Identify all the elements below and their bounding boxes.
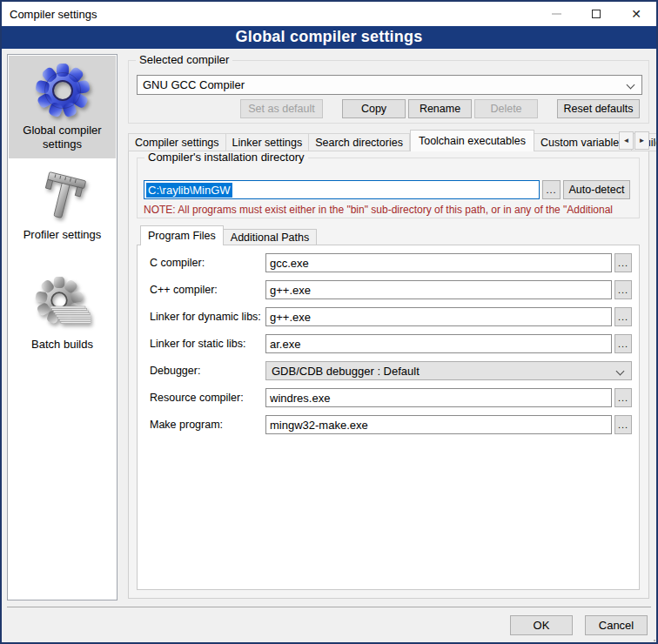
form-row: Resource compiler: ...	[138, 388, 639, 407]
set-as-default-button[interactable]: Set as default	[240, 99, 323, 118]
copy-button[interactable]: Copy	[342, 99, 406, 118]
field-label: Linker for static libs:	[150, 338, 245, 350]
close-button[interactable]: ✕	[616, 2, 656, 26]
resize-grip[interactable]	[650, 636, 652, 638]
debugger-select[interactable]: GDB/CDB debugger : Default	[265, 361, 632, 380]
form-row: Linker for dynamic libs: ...	[138, 307, 639, 326]
installation-directory-input[interactable]: C:\raylib\MinGW	[144, 180, 540, 199]
tab-scroll-left-button[interactable]: ◄	[619, 131, 634, 150]
chevron-down-icon	[616, 367, 625, 376]
ok-button[interactable]: OK	[510, 615, 573, 635]
program-tabs: Program Files Additional Paths	[140, 225, 317, 245]
group-label: Compiler's installation directory	[144, 151, 308, 164]
field-label: Debugger:	[150, 365, 200, 377]
tab-toolchain-executables[interactable]: Toolchain executables	[410, 130, 534, 151]
form-row: Make program: ...	[138, 415, 639, 434]
debugger-select-value: GDB/CDB debugger : Default	[272, 365, 420, 378]
browse-button[interactable]: ...	[614, 253, 632, 272]
dialog-header: Global compiler settings	[2, 26, 656, 49]
tab-scroll-buttons: ◄ ►	[618, 131, 649, 150]
field-label: C++ compiler:	[150, 284, 218, 296]
window-controls: ✕	[536, 2, 656, 26]
tab-scroll-right-button[interactable]: ►	[634, 131, 649, 150]
tab-additional-paths[interactable]: Additional Paths	[224, 229, 317, 245]
sidebar-item-profiler-settings[interactable]: Profiler settings	[9, 165, 116, 256]
selected-compiler-group: Selected compiler GNU GCC Compiler Set a…	[128, 60, 649, 124]
selected-text: C:\raylib\MinGW	[146, 183, 232, 198]
maximize-button[interactable]	[576, 2, 616, 26]
group-label: Selected compiler	[136, 53, 232, 66]
bin-directory-note: NOTE: All programs must exist either in …	[144, 204, 634, 216]
titlebar: Compiler settings ✕	[2, 2, 656, 26]
sidebar-item-label: Batch builds	[15, 338, 111, 352]
cpp-compiler-input[interactable]	[265, 280, 612, 299]
arrow-right-icon: ►	[639, 137, 646, 144]
browse-button[interactable]: ...	[614, 307, 632, 326]
c-compiler-input[interactable]	[265, 253, 612, 272]
compiler-select[interactable]: GNU GCC Compiler	[137, 75, 642, 95]
browse-directory-button[interactable]: ...	[542, 180, 561, 199]
gray-gear-stack-icon	[35, 277, 91, 332]
compiler-settings-window: Compiler settings ✕ Global compiler sett…	[0, 0, 658, 644]
rename-button[interactable]: Rename	[408, 99, 472, 118]
chevron-down-icon	[627, 81, 635, 90]
linker-dynamic-input[interactable]	[265, 307, 612, 326]
window-title: Compiler settings	[10, 8, 97, 21]
compiler-tabs: Compiler settings Linker settings Search…	[128, 130, 658, 151]
field-label: Resource compiler:	[150, 392, 244, 404]
browse-button[interactable]: ...	[614, 280, 632, 299]
cancel-button[interactable]: Cancel	[585, 615, 648, 635]
compiler-buttons-row: Set as default Copy Rename Delete Reset …	[137, 99, 642, 118]
arrow-left-icon: ◄	[623, 137, 630, 144]
program-files-panel: C compiler: ... C++ compiler: ... Linker…	[137, 245, 640, 590]
form-row: C++ compiler: ...	[138, 280, 639, 299]
minimize-icon	[552, 13, 561, 15]
tab-search-directories[interactable]: Search directories	[309, 133, 410, 151]
tab-program-files[interactable]: Program Files	[140, 225, 224, 245]
reset-defaults-button[interactable]: Reset defaults	[557, 99, 640, 118]
field-label: Linker for dynamic libs:	[150, 311, 261, 323]
form-row: Debugger: GDB/CDB debugger : Default	[138, 361, 639, 380]
sidebar-item-global-compiler-settings[interactable]: Global compiler settings	[9, 56, 116, 158]
tab-compiler-settings[interactable]: Compiler settings	[128, 133, 226, 151]
toolchain-executables-page: Compiler's installation directory C:\ray…	[128, 150, 649, 599]
tab-custom-variables[interactable]: Custom variables	[534, 133, 632, 151]
blue-gear-icon	[35, 63, 91, 118]
sidebar-item-label: Profiler settings	[15, 228, 111, 242]
browse-button[interactable]: ...	[614, 415, 632, 434]
sidebar-item-label: Global compiler settings	[17, 124, 108, 151]
linker-static-input[interactable]	[265, 334, 612, 353]
resource-compiler-input[interactable]	[265, 388, 612, 407]
close-icon: ✕	[631, 8, 641, 20]
form-row: C compiler: ...	[138, 253, 639, 272]
footer-separator	[7, 607, 651, 607]
auto-detect-button[interactable]: Auto-detect	[563, 180, 630, 199]
maximize-icon	[592, 10, 601, 18]
form-row: Linker for static libs: ...	[138, 334, 639, 353]
field-label: C compiler:	[150, 257, 205, 269]
settings-category-list: Global compiler settings	[7, 54, 118, 600]
field-label: Make program:	[150, 419, 223, 431]
browse-button[interactable]: ...	[614, 334, 632, 353]
compiler-select-value: GNU GCC Compiler	[143, 78, 245, 91]
installation-directory-group: Compiler's installation directory C:\ray…	[137, 158, 640, 218]
sidebar-item-batch-builds[interactable]: Batch builds	[9, 275, 116, 364]
tab-linker-settings[interactable]: Linker settings	[226, 133, 310, 151]
minimize-button[interactable]	[536, 2, 576, 26]
caliper-icon	[35, 167, 91, 223]
make-program-input[interactable]	[265, 415, 612, 434]
delete-button[interactable]: Delete	[474, 99, 538, 118]
browse-button[interactable]: ...	[614, 388, 632, 407]
